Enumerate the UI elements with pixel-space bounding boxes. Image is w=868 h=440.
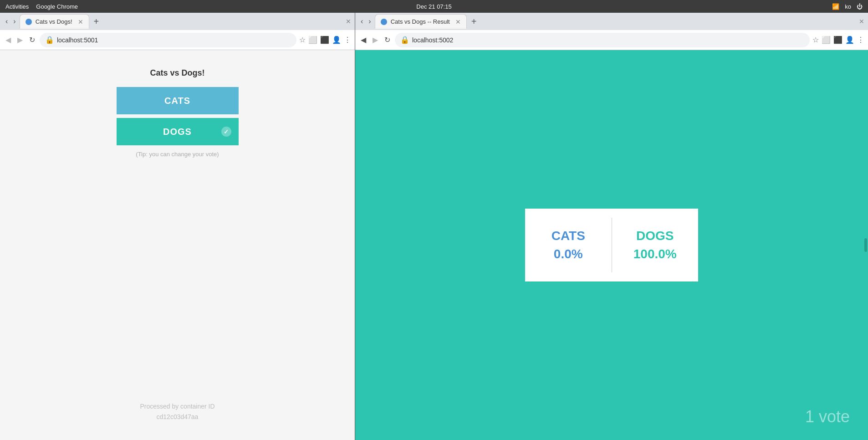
left-cast-btn[interactable]: ⬜ xyxy=(308,36,317,44)
left-address-bar: ◀ ▶ ↻ 🔒 localhost:5001 ☆ ⬜ ⬛ 👤 ⋮ xyxy=(0,30,355,50)
left-tab-label: Cats vs Dogs! xyxy=(36,18,72,25)
right-browser: ‹ › Cats vs Dogs -- Result ✕ + ✕ ◀ ▶ ↻ 🔒… xyxy=(355,13,868,440)
right-addr-icons: ☆ ⬜ ⬛ 👤 ⋮ xyxy=(812,36,864,44)
right-tab-favicon xyxy=(381,19,387,25)
cats-result-label: CATS xyxy=(551,229,585,243)
dogs-result-pct: 100.0% xyxy=(633,247,677,261)
left-lock-icon: 🔒 xyxy=(45,36,54,44)
tip-text: (Tip: you can change your vote) xyxy=(136,151,219,158)
left-split-btn[interactable]: ⬛ xyxy=(320,36,329,44)
right-url-text: localhost:5002 xyxy=(412,36,453,44)
right-tab-close[interactable]: ✕ xyxy=(455,18,461,26)
vote-count: 1 vote xyxy=(805,407,850,426)
left-reload-btn[interactable]: ↻ xyxy=(27,34,37,46)
right-tab-nav-prev[interactable]: ‹ xyxy=(359,16,365,26)
os-bar-left: Activities Google Chrome xyxy=(5,3,78,10)
right-reload-btn[interactable]: ↻ xyxy=(383,34,392,46)
left-forward-btn[interactable]: ▶ xyxy=(15,34,25,46)
left-url-text: localhost:5001 xyxy=(57,36,98,44)
right-forward-btn[interactable]: ▶ xyxy=(371,34,380,46)
container-line2: cd12c03d47aa xyxy=(140,412,214,422)
left-tab-bar: ‹ › Cats vs Dogs! ✕ + ✕ xyxy=(0,13,355,30)
os-bar-right: 📶 ko ⏻ xyxy=(832,3,863,10)
power-icon[interactable]: ⏻ xyxy=(857,3,863,10)
container-line1: Processed by container ID xyxy=(140,401,214,411)
result-card: CATS 0.0% DOGS 100.0% xyxy=(525,209,698,281)
left-star-btn[interactable]: ☆ xyxy=(299,36,306,44)
cats-result-side: CATS 0.0% xyxy=(525,209,612,281)
wifi-icon: 📶 xyxy=(832,3,839,10)
app-name-label: Google Chrome xyxy=(36,3,78,10)
datetime-label: Dec 21 07:15 xyxy=(416,3,451,10)
user-label: ko xyxy=(845,3,851,10)
dogs-vote-button[interactable]: DOGS ✓ xyxy=(117,118,239,145)
dogs-result-label: DOGS xyxy=(636,229,674,243)
dogs-result-side: DOGS 100.0% xyxy=(612,209,699,281)
page-title: Cats vs Dogs! xyxy=(150,68,204,78)
left-window-close[interactable]: ✕ xyxy=(346,18,351,25)
right-window-close[interactable]: ✕ xyxy=(859,18,864,25)
left-url-box[interactable]: 🔒 localhost:5001 xyxy=(40,33,296,47)
left-browser: ‹ › Cats vs Dogs! ✕ + ✕ ◀ ▶ ↻ 🔒 localhos… xyxy=(0,13,355,440)
right-menu-btn[interactable]: ⋮ xyxy=(857,36,864,44)
right-page-content: CATS 0.0% DOGS 100.0% 1 vote xyxy=(355,50,868,440)
right-tab-active[interactable]: Cats vs Dogs -- Result ✕ xyxy=(375,14,467,29)
container-info: Processed by container ID cd12c03d47aa xyxy=(140,401,214,422)
right-url-box[interactable]: 🔒 localhost:5002 xyxy=(395,33,810,47)
right-tab-nav-next[interactable]: › xyxy=(367,16,373,26)
right-account-btn[interactable]: 👤 xyxy=(845,36,854,44)
right-tab-bar: ‹ › Cats vs Dogs -- Result ✕ + ✕ xyxy=(355,13,868,30)
left-account-btn[interactable]: 👤 xyxy=(332,36,341,44)
cats-result-pct: 0.0% xyxy=(554,247,583,261)
left-tab-nav-prev[interactable]: ‹ xyxy=(4,16,10,26)
right-lock-icon: 🔒 xyxy=(400,36,409,44)
right-tab-add[interactable]: + xyxy=(469,16,480,27)
dogs-selected-check: ✓ xyxy=(221,127,231,137)
right-tab-label: Cats vs Dogs -- Result xyxy=(391,18,450,25)
left-tab-active[interactable]: Cats vs Dogs! ✕ xyxy=(20,14,89,29)
left-addr-icons: ☆ ⬜ ⬛ 👤 ⋮ xyxy=(299,36,351,44)
right-cast-btn[interactable]: ⬜ xyxy=(822,36,831,44)
left-menu-btn[interactable]: ⋮ xyxy=(344,36,351,44)
left-tab-add[interactable]: + xyxy=(91,16,102,27)
cats-vote-button[interactable]: CATS xyxy=(117,87,239,114)
left-page-content: Cats vs Dogs! CATS DOGS ✓ (Tip: you can … xyxy=(0,50,355,440)
browsers-container: ‹ › Cats vs Dogs! ✕ + ✕ ◀ ▶ ↻ 🔒 localhos… xyxy=(0,13,868,440)
left-tab-favicon xyxy=(26,19,32,25)
left-tab-nav-next[interactable]: › xyxy=(11,16,17,26)
left-back-btn[interactable]: ◀ xyxy=(4,34,13,46)
left-tab-close[interactable]: ✕ xyxy=(78,18,83,26)
os-bar: Activities Google Chrome Dec 21 07:15 📶 … xyxy=(0,0,868,13)
right-back-btn[interactable]: ◀ xyxy=(359,34,368,46)
right-split-btn[interactable]: ⬛ xyxy=(833,36,842,44)
activities-label[interactable]: Activities xyxy=(5,3,29,10)
right-address-bar: ◀ ▶ ↻ 🔒 localhost:5002 ☆ ⬜ ⬛ 👤 ⋮ xyxy=(355,30,868,50)
right-star-btn[interactable]: ☆ xyxy=(812,36,819,44)
scroll-hint[interactable] xyxy=(864,238,867,252)
